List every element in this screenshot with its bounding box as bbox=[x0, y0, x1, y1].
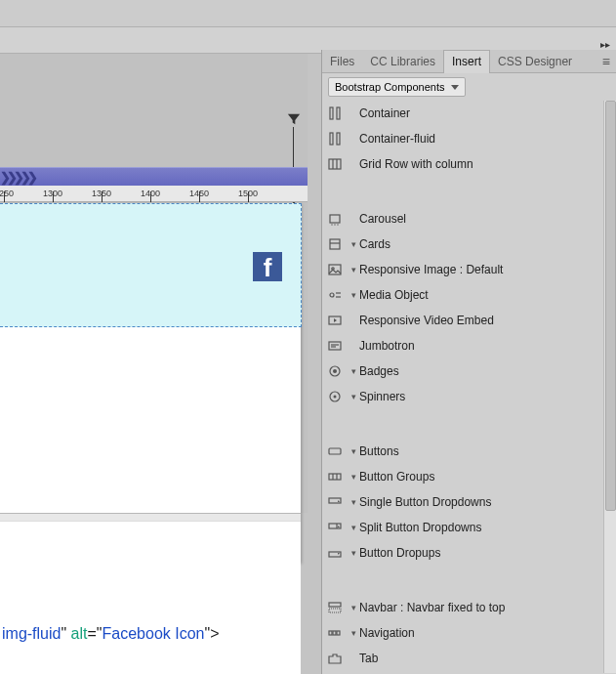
svg-rect-1 bbox=[337, 107, 340, 119]
facebook-icon[interactable]: f bbox=[253, 252, 282, 281]
insert-item-label: Split Button Dropdowns bbox=[359, 521, 602, 534]
insert-item-label: Responsive Image : Default bbox=[359, 263, 602, 276]
insert-item-label: Button Groups bbox=[359, 470, 602, 484]
category-row: Bootstrap Components bbox=[322, 73, 616, 101]
insert-item[interactable]: ▾Button Groups bbox=[322, 464, 602, 489]
svg-rect-34 bbox=[329, 603, 341, 607]
tab-cc-libraries[interactable]: CC Libraries bbox=[362, 50, 443, 73]
insert-item[interactable]: ▾Media Object bbox=[322, 282, 602, 308]
svg-point-23 bbox=[333, 369, 337, 373]
svg-rect-33 bbox=[329, 552, 341, 557]
expand-caret-icon: ▾ bbox=[348, 392, 359, 401]
insert-item[interactable]: ▾Responsive Image : Default bbox=[322, 257, 602, 282]
svg-rect-38 bbox=[337, 631, 340, 635]
tab-files[interactable]: Files bbox=[322, 50, 362, 73]
svg-point-8 bbox=[331, 224, 332, 225]
media-query-bar[interactable]: ❯❯❯❯❯ bbox=[0, 167, 308, 186]
cards-icon bbox=[326, 235, 344, 253]
insert-item[interactable]: Carousel bbox=[322, 206, 602, 232]
insert-item-label: Media Object bbox=[359, 288, 602, 302]
image-icon bbox=[326, 261, 344, 278]
scrollbar-thumb[interactable] bbox=[605, 101, 616, 511]
svg-rect-7 bbox=[330, 215, 340, 223]
dropup-icon bbox=[326, 544, 344, 562]
insert-item-label: Jumbotron bbox=[359, 339, 602, 353]
insert-item-label: Tab bbox=[359, 652, 602, 665]
insert-item[interactable]: ▾Navbar : Navbar fixed to top bbox=[322, 595, 602, 620]
expand-caret-icon: ▾ bbox=[348, 239, 359, 249]
nav-icon bbox=[326, 624, 344, 642]
insert-item[interactable]: Tab bbox=[322, 646, 602, 671]
grid-icon bbox=[326, 155, 344, 173]
selected-element-outline[interactable]: f bbox=[0, 203, 302, 327]
svg-rect-35 bbox=[329, 609, 341, 612]
insert-item[interactable]: ▾Cards bbox=[322, 232, 602, 257]
insert-item[interactable]: Container bbox=[322, 101, 602, 126]
insert-item-label: Buttons bbox=[359, 444, 602, 458]
svg-rect-19 bbox=[329, 342, 341, 350]
panel-tab-bar: Files CC Libraries Insert CSS Designer ≡ bbox=[322, 50, 616, 73]
container-icon bbox=[326, 105, 344, 122]
insert-item-label: Navbar : Navbar fixed to top bbox=[359, 601, 602, 614]
panel-menu-icon[interactable]: ≡ bbox=[602, 54, 610, 69]
insert-item[interactable]: ▾Badges bbox=[322, 358, 602, 384]
insert-item[interactable]: Jumbotron bbox=[322, 333, 602, 358]
category-dropdown[interactable]: Bootstrap Components bbox=[328, 77, 466, 97]
insert-item[interactable]: ▾Spinners bbox=[322, 384, 602, 409]
code-split-bar[interactable] bbox=[0, 514, 301, 522]
insert-list: ContainerContainer-fluidGrid Row with co… bbox=[322, 101, 616, 673]
expand-caret-icon: ▾ bbox=[348, 366, 359, 376]
svg-point-15 bbox=[330, 293, 334, 297]
expand-caret-icon: ▾ bbox=[348, 290, 359, 300]
right-panel: Files CC Libraries Insert CSS Designer ≡… bbox=[321, 50, 616, 674]
insert-item[interactable]: Accordion bbox=[322, 671, 602, 673]
insert-item[interactable]: ▾Single Button Dropdowns bbox=[322, 489, 602, 515]
svg-rect-13 bbox=[329, 265, 341, 274]
insert-item[interactable]: ▾Split Button Dropdowns bbox=[322, 515, 602, 540]
video-icon bbox=[326, 312, 344, 329]
tab-icon bbox=[326, 650, 344, 667]
expand-panels-icon[interactable]: ▸▸ bbox=[600, 39, 610, 50]
code-line[interactable]: img-fluid" alt="Facebook Icon"> bbox=[2, 624, 220, 643]
spinner-icon bbox=[326, 388, 344, 405]
document-area: ❯❯❯❯❯ 1250 1300 1350 1400 1450 1500 f bbox=[0, 54, 308, 513]
svg-rect-11 bbox=[330, 239, 340, 249]
media-query-arrows-icon: ❯❯❯❯❯ bbox=[0, 170, 34, 185]
filter-icon[interactable] bbox=[287, 112, 301, 130]
insert-item-label: Single Button Dropdowns bbox=[359, 495, 602, 509]
expand-caret-icon: ▾ bbox=[348, 472, 359, 482]
expand-caret-icon: ▾ bbox=[348, 603, 359, 612]
tab-insert[interactable]: Insert bbox=[443, 50, 490, 73]
expand-caret-icon: ▾ bbox=[348, 446, 359, 456]
svg-point-9 bbox=[334, 224, 335, 225]
insert-item-label: Container bbox=[359, 106, 602, 120]
insert-item[interactable]: Grid Row with column bbox=[322, 151, 602, 177]
insert-item[interactable]: Container-fluid bbox=[322, 126, 602, 151]
expand-caret-icon: ▾ bbox=[348, 497, 359, 507]
sdrop-icon bbox=[326, 493, 344, 511]
button-icon bbox=[326, 442, 344, 460]
insert-item[interactable]: ▾Navigation bbox=[322, 620, 602, 646]
spdrop-icon bbox=[326, 519, 344, 536]
ruler-tick-label: 1250 bbox=[0, 189, 14, 198]
expand-caret-icon: ▾ bbox=[348, 523, 359, 532]
insert-item[interactable]: Responsive Video Embed bbox=[322, 308, 602, 333]
navbar-icon bbox=[326, 599, 344, 616]
insert-item[interactable]: ▾Button Dropups bbox=[322, 540, 602, 566]
svg-rect-30 bbox=[329, 498, 341, 503]
svg-point-25 bbox=[334, 396, 337, 399]
panel-scrollbar[interactable] bbox=[603, 101, 616, 673]
insert-item-label: Badges bbox=[359, 364, 602, 378]
svg-rect-26 bbox=[329, 448, 341, 454]
code-class-value: img-fluid bbox=[2, 625, 61, 642]
svg-rect-37 bbox=[333, 631, 336, 635]
insert-item[interactable]: ▾Buttons bbox=[322, 439, 602, 464]
jumbo-icon bbox=[326, 337, 344, 355]
expand-caret-icon: ▾ bbox=[348, 548, 359, 558]
design-canvas[interactable]: f bbox=[0, 203, 301, 563]
insert-item-label: Container-fluid bbox=[359, 132, 602, 146]
tab-css-designer[interactable]: CSS Designer bbox=[490, 50, 580, 73]
expand-caret-icon: ▾ bbox=[348, 265, 359, 274]
code-view: img-fluid" alt="Facebook Icon"> bbox=[0, 513, 301, 674]
expand-caret-icon: ▾ bbox=[348, 628, 359, 638]
